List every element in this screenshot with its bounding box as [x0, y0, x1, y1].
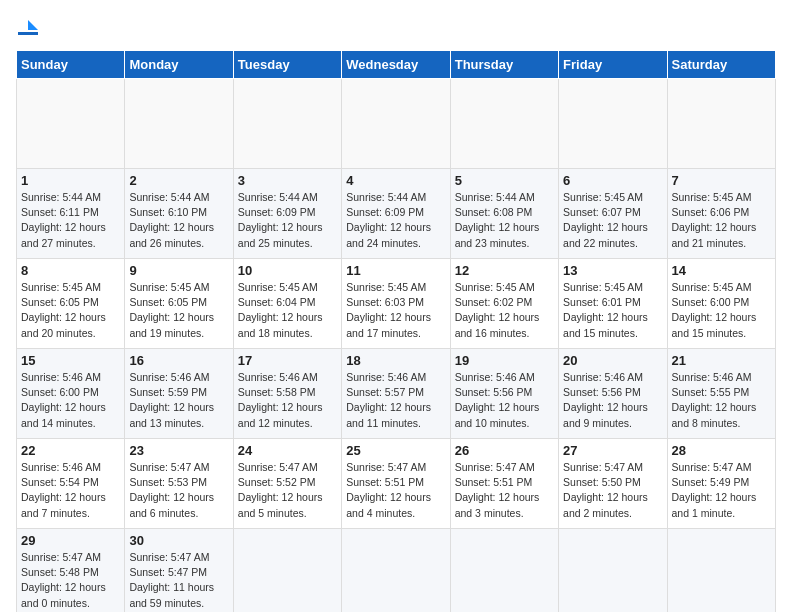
day-detail: Sunrise: 5:46 AMSunset: 5:56 PMDaylight:… — [563, 370, 662, 431]
day-number: 10 — [238, 263, 337, 278]
calendar-cell: 23Sunrise: 5:47 AMSunset: 5:53 PMDayligh… — [125, 439, 233, 529]
day-detail: Sunrise: 5:45 AMSunset: 6:05 PMDaylight:… — [21, 280, 120, 341]
col-header-wednesday: Wednesday — [342, 51, 450, 79]
day-number: 12 — [455, 263, 554, 278]
day-detail: Sunrise: 5:47 AMSunset: 5:51 PMDaylight:… — [346, 460, 445, 521]
calendar-cell — [233, 79, 341, 169]
day-number: 1 — [21, 173, 120, 188]
col-header-friday: Friday — [559, 51, 667, 79]
calendar-cell: 21Sunrise: 5:46 AMSunset: 5:55 PMDayligh… — [667, 349, 775, 439]
calendar-cell — [450, 79, 558, 169]
day-number: 2 — [129, 173, 228, 188]
day-number: 13 — [563, 263, 662, 278]
day-number: 28 — [672, 443, 771, 458]
calendar-cell: 7Sunrise: 5:45 AMSunset: 6:06 PMDaylight… — [667, 169, 775, 259]
calendar-cell: 19Sunrise: 5:46 AMSunset: 5:56 PMDayligh… — [450, 349, 558, 439]
svg-rect-1 — [18, 32, 38, 35]
col-header-sunday: Sunday — [17, 51, 125, 79]
day-detail: Sunrise: 5:45 AMSunset: 6:00 PMDaylight:… — [672, 280, 771, 341]
calendar-cell — [559, 79, 667, 169]
week-row-5: 29Sunrise: 5:47 AMSunset: 5:48 PMDayligh… — [17, 529, 776, 613]
col-header-thursday: Thursday — [450, 51, 558, 79]
day-number: 26 — [455, 443, 554, 458]
day-number: 24 — [238, 443, 337, 458]
day-number: 9 — [129, 263, 228, 278]
day-detail: Sunrise: 5:45 AMSunset: 6:06 PMDaylight:… — [672, 190, 771, 251]
calendar-cell — [233, 529, 341, 613]
calendar-cell: 24Sunrise: 5:47 AMSunset: 5:52 PMDayligh… — [233, 439, 341, 529]
day-number: 29 — [21, 533, 120, 548]
logo — [16, 16, 40, 38]
week-row-0 — [17, 79, 776, 169]
day-number: 5 — [455, 173, 554, 188]
day-detail: Sunrise: 5:47 AMSunset: 5:48 PMDaylight:… — [21, 550, 120, 611]
calendar-cell: 16Sunrise: 5:46 AMSunset: 5:59 PMDayligh… — [125, 349, 233, 439]
day-detail: Sunrise: 5:46 AMSunset: 6:00 PMDaylight:… — [21, 370, 120, 431]
day-detail: Sunrise: 5:47 AMSunset: 5:49 PMDaylight:… — [672, 460, 771, 521]
calendar-cell: 14Sunrise: 5:45 AMSunset: 6:00 PMDayligh… — [667, 259, 775, 349]
calendar-cell: 6Sunrise: 5:45 AMSunset: 6:07 PMDaylight… — [559, 169, 667, 259]
day-detail: Sunrise: 5:46 AMSunset: 5:59 PMDaylight:… — [129, 370, 228, 431]
day-number: 3 — [238, 173, 337, 188]
calendar-cell: 10Sunrise: 5:45 AMSunset: 6:04 PMDayligh… — [233, 259, 341, 349]
day-number: 19 — [455, 353, 554, 368]
calendar-cell: 4Sunrise: 5:44 AMSunset: 6:09 PMDaylight… — [342, 169, 450, 259]
calendar-cell — [17, 79, 125, 169]
day-number: 7 — [672, 173, 771, 188]
day-number: 15 — [21, 353, 120, 368]
calendar-cell — [342, 79, 450, 169]
week-row-4: 22Sunrise: 5:46 AMSunset: 5:54 PMDayligh… — [17, 439, 776, 529]
day-number: 6 — [563, 173, 662, 188]
day-number: 14 — [672, 263, 771, 278]
day-detail: Sunrise: 5:46 AMSunset: 5:58 PMDaylight:… — [238, 370, 337, 431]
calendar-cell: 20Sunrise: 5:46 AMSunset: 5:56 PMDayligh… — [559, 349, 667, 439]
calendar-table: SundayMondayTuesdayWednesdayThursdayFrid… — [16, 50, 776, 612]
day-detail: Sunrise: 5:47 AMSunset: 5:52 PMDaylight:… — [238, 460, 337, 521]
calendar-cell: 2Sunrise: 5:44 AMSunset: 6:10 PMDaylight… — [125, 169, 233, 259]
calendar-cell: 22Sunrise: 5:46 AMSunset: 5:54 PMDayligh… — [17, 439, 125, 529]
day-detail: Sunrise: 5:44 AMSunset: 6:08 PMDaylight:… — [455, 190, 554, 251]
week-row-1: 1Sunrise: 5:44 AMSunset: 6:11 PMDaylight… — [17, 169, 776, 259]
col-header-tuesday: Tuesday — [233, 51, 341, 79]
day-number: 18 — [346, 353, 445, 368]
day-detail: Sunrise: 5:47 AMSunset: 5:53 PMDaylight:… — [129, 460, 228, 521]
calendar-cell: 13Sunrise: 5:45 AMSunset: 6:01 PMDayligh… — [559, 259, 667, 349]
day-number: 17 — [238, 353, 337, 368]
calendar-cell: 11Sunrise: 5:45 AMSunset: 6:03 PMDayligh… — [342, 259, 450, 349]
week-row-3: 15Sunrise: 5:46 AMSunset: 6:00 PMDayligh… — [17, 349, 776, 439]
calendar-cell — [667, 529, 775, 613]
logo-arrow-icon — [18, 16, 40, 38]
calendar-cell — [342, 529, 450, 613]
day-detail: Sunrise: 5:44 AMSunset: 6:10 PMDaylight:… — [129, 190, 228, 251]
header-row: SundayMondayTuesdayWednesdayThursdayFrid… — [17, 51, 776, 79]
calendar-cell — [125, 79, 233, 169]
calendar-cell: 9Sunrise: 5:45 AMSunset: 6:05 PMDaylight… — [125, 259, 233, 349]
calendar-cell: 26Sunrise: 5:47 AMSunset: 5:51 PMDayligh… — [450, 439, 558, 529]
day-detail: Sunrise: 5:44 AMSunset: 6:11 PMDaylight:… — [21, 190, 120, 251]
day-detail: Sunrise: 5:46 AMSunset: 5:57 PMDaylight:… — [346, 370, 445, 431]
calendar-cell: 3Sunrise: 5:44 AMSunset: 6:09 PMDaylight… — [233, 169, 341, 259]
day-number: 30 — [129, 533, 228, 548]
week-row-2: 8Sunrise: 5:45 AMSunset: 6:05 PMDaylight… — [17, 259, 776, 349]
day-detail: Sunrise: 5:45 AMSunset: 6:02 PMDaylight:… — [455, 280, 554, 341]
day-number: 27 — [563, 443, 662, 458]
calendar-cell: 30Sunrise: 5:47 AMSunset: 5:47 PMDayligh… — [125, 529, 233, 613]
calendar-cell: 12Sunrise: 5:45 AMSunset: 6:02 PMDayligh… — [450, 259, 558, 349]
day-detail: Sunrise: 5:47 AMSunset: 5:50 PMDaylight:… — [563, 460, 662, 521]
day-number: 22 — [21, 443, 120, 458]
calendar-cell: 27Sunrise: 5:47 AMSunset: 5:50 PMDayligh… — [559, 439, 667, 529]
calendar-cell: 17Sunrise: 5:46 AMSunset: 5:58 PMDayligh… — [233, 349, 341, 439]
day-number: 4 — [346, 173, 445, 188]
calendar-cell — [667, 79, 775, 169]
calendar-cell: 29Sunrise: 5:47 AMSunset: 5:48 PMDayligh… — [17, 529, 125, 613]
day-detail: Sunrise: 5:46 AMSunset: 5:55 PMDaylight:… — [672, 370, 771, 431]
day-detail: Sunrise: 5:44 AMSunset: 6:09 PMDaylight:… — [238, 190, 337, 251]
page-header — [16, 16, 776, 38]
day-detail: Sunrise: 5:44 AMSunset: 6:09 PMDaylight:… — [346, 190, 445, 251]
calendar-cell: 1Sunrise: 5:44 AMSunset: 6:11 PMDaylight… — [17, 169, 125, 259]
day-number: 25 — [346, 443, 445, 458]
day-detail: Sunrise: 5:47 AMSunset: 5:47 PMDaylight:… — [129, 550, 228, 611]
day-detail: Sunrise: 5:45 AMSunset: 6:07 PMDaylight:… — [563, 190, 662, 251]
calendar-cell — [559, 529, 667, 613]
calendar-cell: 18Sunrise: 5:46 AMSunset: 5:57 PMDayligh… — [342, 349, 450, 439]
